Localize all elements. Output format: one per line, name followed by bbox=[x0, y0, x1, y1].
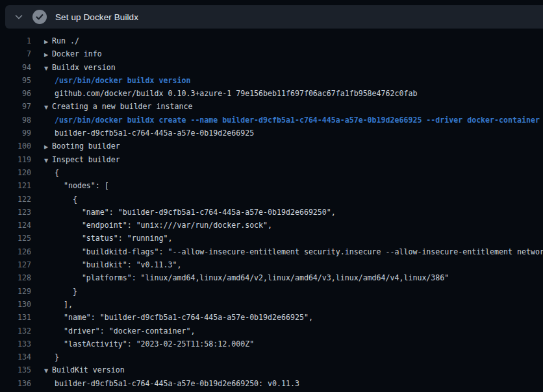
log-row: 130 ], bbox=[0, 298, 543, 311]
output-text: "name": "builder-d9cfb5a1-c764-445a-a57e… bbox=[55, 206, 336, 219]
line-number-link[interactable]: 129 bbox=[0, 285, 31, 298]
step-title: Set up Docker Buildx bbox=[55, 12, 138, 22]
status-check-icon bbox=[32, 10, 47, 24]
output-text: } bbox=[55, 350, 59, 363]
log-row: 96github.com/docker/buildx 0.10.3+azure-… bbox=[0, 87, 543, 100]
line-number-link[interactable]: 136 bbox=[0, 377, 31, 390]
output-text: ], bbox=[55, 298, 73, 311]
line-number-link[interactable]: 123 bbox=[0, 206, 31, 219]
group-title: Run ./ bbox=[52, 34, 79, 47]
log-lines: 1▶Run ./7▶Docker info94▼Buildx version95… bbox=[0, 29, 543, 392]
log-group-row[interactable]: 7▶Docker info bbox=[0, 47, 543, 60]
line-number-link[interactable]: 94 bbox=[0, 61, 31, 74]
line-number-link[interactable]: 121 bbox=[0, 179, 31, 192]
line-number-link[interactable]: 98 bbox=[0, 114, 31, 127]
output-text: "status": "running", bbox=[55, 232, 172, 245]
line-number-link[interactable]: 131 bbox=[0, 311, 31, 324]
output-text: "nodes": [ bbox=[55, 179, 109, 192]
output-text: { bbox=[55, 166, 59, 179]
line-number-link[interactable]: 127 bbox=[0, 258, 31, 271]
line-number-link[interactable]: 130 bbox=[0, 298, 31, 311]
group-title: BuildKit version bbox=[52, 363, 125, 376]
line-number-link[interactable]: 133 bbox=[0, 337, 31, 350]
line-number-link[interactable]: 132 bbox=[0, 325, 31, 337]
log-row: 98/usr/bin/docker buildx create --name b… bbox=[0, 114, 543, 127]
log-row: 123 "name": "builder-d9cfb5a1-c764-445a-… bbox=[0, 206, 543, 219]
log-row: 129 } bbox=[0, 285, 543, 298]
output-text: "driver": "docker-container", bbox=[55, 325, 195, 337]
line-number-link[interactable]: 7 bbox=[0, 47, 31, 60]
output-text: "endpoint": "unix:///var/run/docker.sock… bbox=[55, 219, 272, 232]
log-row: 120{ bbox=[0, 166, 543, 179]
log-group-row[interactable]: 1▶Run ./ bbox=[0, 34, 543, 47]
output-text: github.com/docker/buildx 0.10.3+azure-1 … bbox=[55, 87, 417, 100]
line-number-link[interactable]: 95 bbox=[0, 74, 31, 87]
triangle-down-icon[interactable]: ▼ bbox=[44, 154, 52, 167]
triangle-right-icon[interactable]: ▶ bbox=[44, 49, 52, 62]
log-group-row[interactable]: 94▼Buildx version bbox=[0, 61, 543, 74]
output-text: "buildkitd-flags": "--allow-insecure-ent… bbox=[55, 245, 543, 258]
log-row: 124 "endpoint": "unix:///var/run/docker.… bbox=[0, 219, 543, 232]
log-row: 127 "buildkit": "v0.11.3", bbox=[0, 258, 543, 271]
command-text: /usr/bin/docker buildx version bbox=[55, 74, 190, 87]
group-title: Creating a new builder instance bbox=[52, 100, 192, 113]
line-number-link[interactable]: 119 bbox=[0, 153, 31, 166]
log-group-row[interactable]: 119▼Inspect builder bbox=[0, 153, 543, 166]
output-text: } bbox=[55, 285, 77, 298]
chevron-down-icon[interactable] bbox=[14, 12, 24, 22]
log-group-row[interactable]: 100▶Booting builder bbox=[0, 140, 543, 153]
log-row: 133 "lastActivity": "2023-02-25T11:58:12… bbox=[0, 337, 543, 350]
line-number-link[interactable]: 134 bbox=[0, 350, 31, 363]
line-number-link[interactable]: 125 bbox=[0, 232, 31, 245]
log-row: 132 "driver": "docker-container", bbox=[0, 325, 543, 337]
log-row: 136builder-d9cfb5a1-c764-445a-a57e-0b19d… bbox=[0, 377, 543, 390]
triangle-right-icon[interactable]: ▶ bbox=[44, 36, 52, 49]
command-text: /usr/bin/docker buildx create --name bui… bbox=[55, 114, 540, 127]
log-row: 126 "buildkitd-flags": "--allow-insecure… bbox=[0, 245, 543, 258]
output-text: "name": "builder-d9cfb5a1-c764-445a-a57e… bbox=[55, 311, 313, 324]
line-number-link[interactable]: 122 bbox=[0, 193, 31, 206]
group-title: Booting builder bbox=[52, 140, 120, 153]
log-row: 128 "platforms": "linux/amd64,linux/amd6… bbox=[0, 271, 543, 284]
triangle-down-icon[interactable]: ▼ bbox=[44, 365, 52, 378]
output-text: builder-d9cfb5a1-c764-445a-a57e-0b19d2e6… bbox=[55, 127, 254, 140]
output-text: "lastActivity": "2023-02-25T11:58:12.000… bbox=[55, 337, 254, 350]
log-row: 99builder-d9cfb5a1-c764-445a-a57e-0b19d2… bbox=[0, 127, 543, 140]
output-text: "buildkit": "v0.11.3", bbox=[55, 258, 181, 271]
output-text: builder-d9cfb5a1-c764-445a-a57e-0b19d2e6… bbox=[55, 377, 299, 390]
line-number-link[interactable]: 126 bbox=[0, 245, 31, 258]
line-number-link[interactable]: 128 bbox=[0, 271, 31, 284]
line-number-link[interactable]: 135 bbox=[0, 363, 31, 376]
log-group-row[interactable]: 135▼BuildKit version bbox=[0, 363, 543, 376]
line-number-link[interactable]: 96 bbox=[0, 87, 31, 100]
log-row: 134} bbox=[0, 350, 543, 363]
output-text: "platforms": "linux/amd64,linux/amd64/v2… bbox=[55, 271, 449, 284]
line-number-link[interactable]: 99 bbox=[0, 127, 31, 140]
triangle-down-icon[interactable]: ▼ bbox=[44, 62, 52, 75]
group-title: Inspect builder bbox=[52, 153, 120, 166]
group-title: Docker info bbox=[52, 47, 102, 60]
log-row: 95/usr/bin/docker buildx version bbox=[0, 74, 543, 87]
log-row: 122 { bbox=[0, 193, 543, 206]
log-row: 121 "nodes": [ bbox=[0, 179, 543, 192]
log-row: 131 "name": "builder-d9cfb5a1-c764-445a-… bbox=[0, 311, 543, 324]
log-row: 125 "status": "running", bbox=[0, 232, 543, 245]
line-number-link[interactable]: 1 bbox=[0, 34, 31, 47]
output-text: { bbox=[55, 193, 77, 206]
line-number-link[interactable]: 124 bbox=[0, 219, 31, 232]
line-number-link[interactable]: 100 bbox=[0, 140, 31, 153]
group-title: Buildx version bbox=[52, 61, 116, 74]
triangle-right-icon[interactable]: ▶ bbox=[44, 141, 52, 154]
log-group-row[interactable]: 97▼Creating a new builder instance bbox=[0, 100, 543, 113]
step-header[interactable]: Set up Docker Buildx bbox=[5, 5, 543, 29]
line-number-link[interactable]: 120 bbox=[0, 166, 31, 179]
line-number-link[interactable]: 97 bbox=[0, 100, 31, 113]
triangle-down-icon[interactable]: ▼ bbox=[44, 101, 52, 114]
